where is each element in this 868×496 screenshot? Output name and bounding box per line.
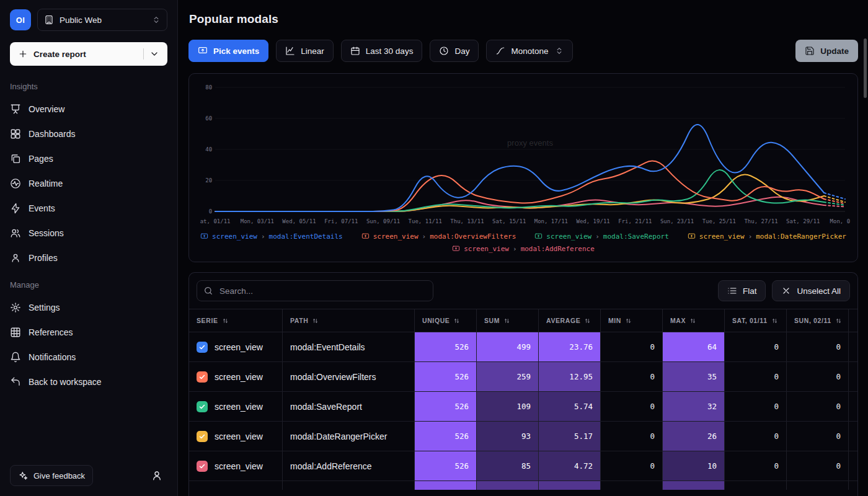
sidebar-item-pages[interactable]: Pages	[5, 146, 172, 171]
sort-icon	[222, 317, 229, 324]
table-row-partial[interactable]	[189, 481, 857, 490]
legend-item[interactable]: screen_view › modal:AddReference	[452, 245, 595, 253]
sidebar-item-notifications[interactable]: Notifications	[5, 345, 172, 370]
chevron-down-icon	[149, 49, 159, 59]
average-cell	[538, 481, 600, 490]
row-checkbox[interactable]	[197, 342, 208, 353]
ghost-cell	[848, 362, 858, 391]
sidebar-item-profiles[interactable]: Profiles	[5, 246, 172, 270]
legend-item[interactable]: screen_view › modal:OverviewFilters	[361, 232, 516, 241]
check-icon	[198, 343, 206, 351]
column-header-max[interactable]: Max	[662, 309, 724, 332]
svg-text:60: 60	[205, 115, 212, 122]
serie-cell: screen_view	[189, 392, 282, 421]
sidebar-item-events[interactable]: Events	[5, 196, 172, 221]
button-divider	[143, 48, 144, 60]
table-row[interactable]: screen_viewmodal:SaveReport5261095.74032…	[189, 392, 857, 422]
column-header-d2[interactable]: Sun, 02/11	[786, 309, 848, 332]
line-style-select[interactable]: Monotone	[486, 40, 573, 62]
max-cell: 64	[662, 332, 724, 361]
pick-events-button[interactable]: Pick events	[188, 40, 268, 62]
legend-item[interactable]: screen_view › modal:EventDetails	[200, 232, 343, 241]
sort-icon	[625, 317, 632, 324]
sidebar-footer: Give feedback	[0, 456, 177, 496]
sort-icon	[503, 317, 510, 324]
sidebar-item-overview[interactable]: Overview	[5, 97, 172, 122]
create-report-button[interactable]: Create report	[10, 42, 167, 66]
unique-cell: 526	[414, 332, 476, 361]
table-row[interactable]: screen_viewmodal:OverviewFilters52625912…	[189, 362, 857, 392]
app-logo-text: OI	[16, 16, 25, 25]
unique-cell: 526	[414, 451, 476, 480]
svg-text:Mon, 01/1: Mon, 01/1	[830, 218, 850, 224]
give-feedback-button[interactable]: Give feedback	[10, 465, 93, 486]
sum-cell	[476, 481, 538, 490]
settings-icon	[10, 302, 21, 313]
sidebar-item-settings[interactable]: Settings	[5, 295, 172, 320]
sidebar-item-references[interactable]: References	[5, 320, 172, 345]
sidebar-item-label: Overview	[29, 104, 64, 114]
table-toolbar: Flat Unselect All	[189, 273, 857, 309]
sum-cell: 499	[476, 332, 538, 361]
chevron-right-icon: ›	[261, 232, 265, 241]
serie-cell: screen_view	[189, 422, 282, 451]
legend-item[interactable]: screen_view › modal:DateRangerPicker	[688, 232, 846, 241]
row-checkbox[interactable]	[197, 401, 208, 412]
flat-toggle-button[interactable]: Flat	[718, 280, 766, 301]
sidebar-nav: Insights Overview Dashboards Pages Realt…	[0, 68, 177, 456]
column-header-average[interactable]: Average	[538, 309, 600, 332]
spline-icon	[495, 46, 505, 56]
workspace-selector[interactable]: Public Web	[37, 9, 167, 31]
chart-type-button[interactable]: Linear	[276, 40, 334, 62]
sidebar-item-label: Realtime	[29, 179, 63, 188]
sidebar-item-back-to-workspace[interactable]: Back to workspace	[5, 370, 172, 394]
references-icon	[10, 327, 21, 338]
column-header-serie[interactable]: Serie	[189, 309, 282, 332]
column-header-min[interactable]: Min	[600, 309, 662, 332]
column-header-sum[interactable]: Sum	[476, 309, 538, 332]
svg-text:Thu, 27/11: Thu, 27/11	[744, 218, 777, 224]
workspace-name: Public Web	[60, 16, 102, 25]
unique-cell	[414, 481, 476, 490]
legend-item[interactable]: screen_view › modal:SaveReport	[534, 232, 668, 241]
sort-icon	[453, 317, 460, 324]
sidebar-item-realtime[interactable]: Realtime	[5, 171, 172, 196]
svg-text:Sat, 29/11: Sat, 29/11	[786, 218, 820, 224]
sidebar-top: OI Public Web	[0, 0, 177, 36]
svg-text:Sun, 23/11: Sun, 23/11	[660, 218, 694, 224]
row-checkbox[interactable]	[197, 371, 208, 383]
date-range-button[interactable]: Last 30 days	[341, 40, 423, 62]
sum-cell: 93	[476, 422, 538, 451]
unselect-all-button[interactable]: Unselect All	[772, 280, 850, 301]
table-row[interactable]: screen_viewmodal:AddReference526854.7201…	[189, 451, 857, 481]
user-icon	[151, 470, 162, 481]
screen-share-icon	[688, 232, 696, 241]
sidebar-item-sessions[interactable]: Sessions	[5, 221, 172, 246]
sidebar-item-dashboards[interactable]: Dashboards	[5, 122, 172, 146]
profile-button[interactable]	[146, 465, 167, 486]
update-button[interactable]: Update	[795, 40, 858, 62]
main-content: Popular modals Pick events Linear Last 3…	[178, 0, 868, 496]
svg-text:20: 20	[205, 177, 212, 184]
max-cell: 10	[662, 451, 724, 480]
column-header-path[interactable]: Path	[282, 309, 414, 332]
page-scrollbar-thumb[interactable]	[864, 38, 867, 98]
search-input[interactable]	[197, 280, 433, 301]
column-header-unique[interactable]: Unique	[414, 309, 476, 332]
d2-cell: 0	[786, 362, 848, 391]
app-logo[interactable]: OI	[10, 9, 31, 30]
d1-cell	[724, 481, 786, 490]
column-header-d1[interactable]: Sat, 01/11	[724, 309, 786, 332]
legend-event: screen_view	[699, 232, 745, 241]
table-row[interactable]: screen_viewmodal:EventDetails52649923.76…	[189, 332, 857, 362]
row-checkbox[interactable]	[197, 461, 208, 472]
d2-cell: 0	[786, 332, 848, 361]
building-icon	[44, 15, 54, 25]
sort-icon	[689, 317, 696, 324]
chevrons-up-down-icon	[555, 46, 564, 55]
table-actions: Flat Unselect All	[718, 280, 850, 301]
interval-button[interactable]: Day	[430, 40, 479, 62]
check-icon	[198, 433, 206, 440]
table-row[interactable]: screen_viewmodal:DateRangerPicker526935.…	[189, 422, 857, 451]
row-checkbox[interactable]	[197, 431, 208, 442]
